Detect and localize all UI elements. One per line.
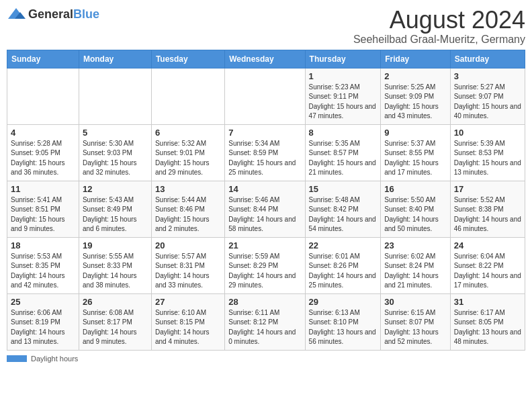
- calendar-week-3: 11Sunrise: 5:41 AMSunset: 8:51 PMDayligh…: [7, 181, 525, 237]
- day-number: 19: [83, 240, 148, 250]
- calendar-cell: [151, 68, 224, 124]
- daylight-label: Daylight hours: [31, 355, 78, 363]
- day-info: Sunrise: 5:39 AMSunset: 8:53 PMDaylight:…: [454, 139, 521, 178]
- day-info: Sunrise: 5:55 AMSunset: 8:33 PMDaylight:…: [83, 252, 148, 291]
- day-number: 12: [83, 184, 148, 194]
- day-number: 4: [11, 128, 75, 138]
- day-number: 25: [11, 297, 75, 307]
- calendar-cell: 11Sunrise: 5:41 AMSunset: 8:51 PMDayligh…: [7, 181, 79, 237]
- day-number: 1: [309, 71, 378, 81]
- calendar-cell: 4Sunrise: 5:28 AMSunset: 9:05 PMDaylight…: [7, 124, 79, 181]
- calendar-cell: 17Sunrise: 5:52 AMSunset: 8:38 PMDayligh…: [450, 181, 525, 237]
- day-info: Sunrise: 6:06 AMSunset: 8:19 PMDaylight:…: [11, 308, 75, 347]
- calendar-cell: 24Sunrise: 6:04 AMSunset: 8:22 PMDayligh…: [450, 237, 525, 293]
- calendar-cell: 15Sunrise: 5:48 AMSunset: 8:42 PMDayligh…: [305, 181, 381, 237]
- day-info: Sunrise: 6:01 AMSunset: 8:26 PMDaylight:…: [309, 252, 378, 291]
- day-info: Sunrise: 6:04 AMSunset: 8:22 PMDaylight:…: [454, 252, 521, 291]
- day-info: Sunrise: 5:35 AMSunset: 8:57 PMDaylight:…: [309, 139, 378, 178]
- calendar-cell: 22Sunrise: 6:01 AMSunset: 8:26 PMDayligh…: [305, 237, 381, 293]
- calendar-cell: 25Sunrise: 6:06 AMSunset: 8:19 PMDayligh…: [7, 293, 79, 350]
- day-number: 8: [309, 128, 378, 138]
- day-number: 13: [155, 184, 221, 194]
- day-info: Sunrise: 6:02 AMSunset: 8:24 PMDaylight:…: [384, 252, 446, 291]
- day-info: Sunrise: 5:41 AMSunset: 8:51 PMDaylight:…: [11, 195, 75, 234]
- day-number: 28: [228, 297, 301, 307]
- day-info: Sunrise: 5:30 AMSunset: 9:03 PMDaylight:…: [83, 139, 148, 178]
- calendar-cell: 27Sunrise: 6:10 AMSunset: 8:15 PMDayligh…: [151, 293, 224, 350]
- calendar-cell: 29Sunrise: 6:13 AMSunset: 8:10 PMDayligh…: [305, 293, 381, 350]
- day-number: 5: [83, 128, 148, 138]
- day-info: Sunrise: 5:52 AMSunset: 8:38 PMDaylight:…: [454, 195, 521, 234]
- day-info: Sunrise: 5:32 AMSunset: 9:01 PMDaylight:…: [155, 139, 221, 178]
- calendar-cell: 19Sunrise: 5:55 AMSunset: 8:33 PMDayligh…: [79, 237, 151, 293]
- calendar-cell: 1Sunrise: 5:23 AMSunset: 9:11 PMDaylight…: [305, 68, 381, 124]
- day-number: 20: [155, 240, 221, 250]
- calendar-cell: 21Sunrise: 5:59 AMSunset: 8:29 PMDayligh…: [225, 237, 305, 293]
- day-info: Sunrise: 5:48 AMSunset: 8:42 PMDaylight:…: [309, 195, 378, 234]
- calendar-cell: 30Sunrise: 6:15 AMSunset: 8:07 PMDayligh…: [381, 293, 450, 350]
- day-info: Sunrise: 6:08 AMSunset: 8:17 PMDaylight:…: [83, 308, 148, 347]
- calendar-cell: 7Sunrise: 5:34 AMSunset: 8:59 PMDaylight…: [225, 124, 305, 181]
- logo-icon: [7, 7, 26, 21]
- day-info: Sunrise: 6:11 AMSunset: 8:12 PMDaylight:…: [228, 308, 301, 347]
- calendar-cell: 20Sunrise: 5:57 AMSunset: 8:31 PMDayligh…: [151, 237, 224, 293]
- logo: GeneralBlue: [7, 7, 99, 21]
- page-header: GeneralBlue August 2024 Seeheilbad Graal…: [7, 7, 525, 46]
- day-number: 26: [83, 297, 148, 307]
- calendar-cell: 18Sunrise: 5:53 AMSunset: 8:35 PMDayligh…: [7, 237, 79, 293]
- day-number: 27: [155, 297, 221, 307]
- day-info: Sunrise: 5:44 AMSunset: 8:46 PMDaylight:…: [155, 195, 221, 234]
- day-info: Sunrise: 5:53 AMSunset: 8:35 PMDaylight:…: [11, 252, 75, 291]
- day-number: 16: [384, 184, 446, 194]
- calendar-cell: [7, 68, 79, 124]
- calendar-cell: 13Sunrise: 5:44 AMSunset: 8:46 PMDayligh…: [151, 181, 224, 237]
- calendar-header: SundayMondayTuesdayWednesdayThursdayFrid…: [7, 50, 525, 68]
- weekday-header-sunday: Sunday: [7, 50, 79, 68]
- day-number: 18: [11, 240, 75, 250]
- day-info: Sunrise: 5:27 AMSunset: 9:07 PMDaylight:…: [454, 83, 521, 122]
- page-title: August 2024: [353, 7, 525, 34]
- daylight-bar: [7, 355, 27, 362]
- day-number: 3: [454, 71, 521, 81]
- day-number: 10: [454, 128, 521, 138]
- day-number: 17: [454, 184, 521, 194]
- day-info: Sunrise: 5:57 AMSunset: 8:31 PMDaylight:…: [155, 252, 221, 291]
- day-number: 11: [11, 184, 75, 194]
- day-number: 6: [155, 128, 221, 138]
- day-info: Sunrise: 5:34 AMSunset: 8:59 PMDaylight:…: [228, 139, 301, 178]
- calendar-cell: 6Sunrise: 5:32 AMSunset: 9:01 PMDaylight…: [151, 124, 224, 181]
- day-info: Sunrise: 5:50 AMSunset: 8:40 PMDaylight:…: [384, 195, 446, 234]
- calendar-cell: 26Sunrise: 6:08 AMSunset: 8:17 PMDayligh…: [79, 293, 151, 350]
- calendar-cell: 14Sunrise: 5:46 AMSunset: 8:44 PMDayligh…: [225, 181, 305, 237]
- title-block: August 2024 Seeheilbad Graal-Mueritz, Ge…: [353, 7, 525, 46]
- calendar-cell: 8Sunrise: 5:35 AMSunset: 8:57 PMDaylight…: [305, 124, 381, 181]
- day-number: 29: [309, 297, 378, 307]
- logo-blue: Blue: [73, 7, 99, 21]
- calendar-cell: [79, 68, 151, 124]
- weekday-header-wednesday: Wednesday: [225, 50, 305, 68]
- page-subtitle: Seeheilbad Graal-Mueritz, Germany: [353, 34, 525, 46]
- day-number: 2: [384, 71, 446, 81]
- day-info: Sunrise: 5:23 AMSunset: 9:11 PMDaylight:…: [309, 83, 378, 122]
- day-info: Sunrise: 6:17 AMSunset: 8:05 PMDaylight:…: [454, 308, 521, 347]
- day-number: 14: [228, 184, 301, 194]
- day-number: 15: [309, 184, 378, 194]
- day-info: Sunrise: 5:59 AMSunset: 8:29 PMDaylight:…: [228, 252, 301, 291]
- calendar-cell: 31Sunrise: 6:17 AMSunset: 8:05 PMDayligh…: [450, 293, 525, 350]
- day-number: 23: [384, 240, 446, 250]
- day-number: 21: [228, 240, 301, 250]
- calendar-cell: 28Sunrise: 6:11 AMSunset: 8:12 PMDayligh…: [225, 293, 305, 350]
- weekday-header-saturday: Saturday: [450, 50, 525, 68]
- calendar-cell: 16Sunrise: 5:50 AMSunset: 8:40 PMDayligh…: [381, 181, 450, 237]
- calendar-week-1: 1Sunrise: 5:23 AMSunset: 9:11 PMDaylight…: [7, 68, 525, 124]
- weekday-header-thursday: Thursday: [305, 50, 381, 68]
- calendar-cell: [225, 68, 305, 124]
- calendar-footer: Daylight hours: [7, 355, 525, 363]
- day-info: Sunrise: 5:28 AMSunset: 9:05 PMDaylight:…: [11, 139, 75, 178]
- logo-general: General: [28, 7, 73, 21]
- weekday-header-tuesday: Tuesday: [151, 50, 224, 68]
- calendar-cell: 23Sunrise: 6:02 AMSunset: 8:24 PMDayligh…: [381, 237, 450, 293]
- calendar-week-4: 18Sunrise: 5:53 AMSunset: 8:35 PMDayligh…: [7, 237, 525, 293]
- day-info: Sunrise: 5:46 AMSunset: 8:44 PMDaylight:…: [228, 195, 301, 234]
- day-number: 7: [228, 128, 301, 138]
